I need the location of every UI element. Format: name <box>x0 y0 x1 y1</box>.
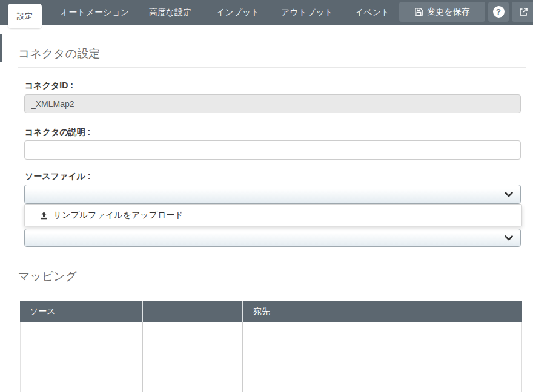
upload-icon <box>39 211 48 220</box>
column-header-destination: 宛先 <box>243 301 522 322</box>
top-tab-bar: 設定 オートメーション 高度な設定 インプット アウトプット イベント 変更を保… <box>0 0 533 25</box>
connector-settings-page: 設定 オートメーション 高度な設定 インプット アウトプット イベント 変更を保… <box>0 0 533 392</box>
open-external-button[interactable] <box>512 2 533 22</box>
source-file-select[interactable] <box>24 185 521 204</box>
destination-file-select[interactable] <box>24 229 521 247</box>
tab-settings[interactable]: 設定 <box>8 4 42 28</box>
help-button[interactable]: ? <box>488 2 509 22</box>
side-panel-edge <box>0 34 2 62</box>
save-changes-label: 変更を保存 <box>427 7 469 18</box>
column-divider <box>242 322 243 392</box>
tab-input[interactable]: インプット <box>216 0 260 25</box>
tab-automation[interactable]: オートメーション <box>60 0 129 25</box>
column-divider <box>142 322 143 392</box>
connector-id-label: コネクタID : <box>25 80 73 91</box>
column-header-source: ソース <box>20 301 142 322</box>
source-file-dropdown-menu: サンプルファイルをアップロード <box>24 204 522 226</box>
mapping-table-header: ソース 宛先 <box>20 301 522 322</box>
chevron-down-icon <box>505 235 513 241</box>
connector-description-field[interactable] <box>24 140 521 160</box>
connector-settings-title: コネクタの設定 <box>18 46 100 62</box>
source-file-label: ソースファイル : <box>25 171 91 182</box>
tab-events[interactable]: イベント <box>355 0 389 25</box>
divider <box>18 67 526 68</box>
save-changes-button[interactable]: 変更を保存 <box>399 2 485 22</box>
question-circle-icon: ? <box>493 6 505 18</box>
chevron-down-icon <box>505 192 513 197</box>
connector-id-field <box>24 94 521 113</box>
upload-sample-file-option[interactable]: サンプルファイルをアップロード <box>53 210 184 221</box>
divider <box>18 290 526 290</box>
mapping-title: マッピング <box>18 269 77 284</box>
tab-output[interactable]: アウトプット <box>281 0 333 25</box>
mapping-table-body <box>20 322 522 392</box>
tab-settings-label: 設定 <box>17 11 33 22</box>
mapping-table: ソース 宛先 <box>20 301 522 392</box>
connector-description-label: コネクタの説明 : <box>25 127 90 138</box>
save-icon <box>414 7 423 16</box>
tab-advanced[interactable]: 高度な設定 <box>149 0 191 25</box>
external-link-icon <box>518 7 528 17</box>
column-header-middle <box>143 301 242 322</box>
